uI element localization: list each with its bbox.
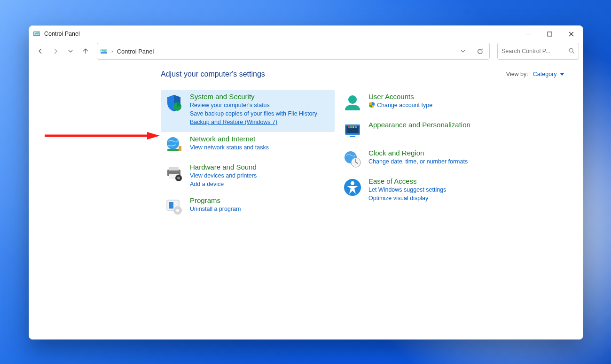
category-clock-region[interactable]: Clock and Region Change date, time, or n…	[339, 146, 513, 174]
svg-point-24	[177, 177, 180, 179]
navbar: › Control Panel Search Control P...	[29, 42, 583, 62]
category-link[interactable]: Optimize visual display	[368, 194, 509, 202]
chevron-right-icon: ›	[111, 48, 113, 54]
category-hardware-sound[interactable]: Hardware and Sound View devices and prin…	[161, 160, 335, 194]
svg-point-11	[102, 50, 103, 51]
desktop-wallpaper: Control Panel	[0, 0, 611, 364]
view-by-label: View by:	[506, 71, 528, 77]
category-title[interactable]: User Accounts	[368, 93, 509, 101]
left-column: System and Security Review your computer…	[161, 90, 335, 222]
programs-icon	[164, 196, 183, 216]
chevron-down-icon	[560, 73, 564, 76]
address-bar-icon	[100, 47, 108, 55]
category-title[interactable]: Clock and Region	[368, 149, 509, 157]
backup-restore-link[interactable]: Backup and Restore (Windows 7)	[190, 118, 331, 126]
printer-icon	[164, 163, 183, 183]
category-link[interactable]: Change account type	[368, 101, 509, 109]
category-network-internet[interactable]: Network and Internet View network status…	[161, 132, 335, 160]
shield-icon	[164, 93, 183, 112]
category-link[interactable]: View network status and tasks	[190, 144, 331, 152]
svg-point-29	[348, 95, 357, 104]
page-header: Adjust your computer's settings View by:…	[161, 70, 564, 78]
monitor-icon	[343, 121, 362, 140]
category-link[interactable]: Change date, time, or number formats	[368, 158, 509, 166]
category-link[interactable]: View devices and printers	[190, 172, 331, 180]
up-button[interactable]	[79, 45, 92, 58]
category-link[interactable]: Add a device	[190, 180, 331, 188]
svg-point-42	[351, 181, 354, 185]
category-title[interactable]: Network and Internet	[190, 135, 331, 143]
search-placeholder: Search Control P...	[501, 48, 564, 54]
category-link[interactable]: Uninstall a program	[190, 205, 331, 213]
minimize-button[interactable]	[517, 26, 539, 41]
clock-globe-icon	[343, 149, 362, 169]
page-title: Adjust your computer's settings	[161, 70, 265, 78]
control-panel-window: Control Panel	[29, 25, 583, 340]
category-user-accounts[interactable]: User Accounts Change account type	[339, 90, 513, 118]
window-title: Control Panel	[44, 31, 80, 37]
globe-icon	[164, 135, 183, 155]
view-by-selector[interactable]: View by: Category	[506, 71, 564, 77]
svg-rect-36	[355, 126, 357, 128]
maximize-button[interactable]	[539, 26, 560, 41]
category-title[interactable]: Ease of Access	[368, 177, 509, 185]
category-title[interactable]: Appearance and Personalization	[368, 121, 509, 129]
svg-rect-32	[350, 136, 355, 137]
category-link[interactable]: Let Windows suggest settings	[368, 186, 509, 194]
svg-rect-35	[352, 126, 354, 128]
back-button[interactable]	[34, 45, 47, 58]
svg-rect-4	[36, 34, 39, 34]
titlebar[interactable]: Control Panel	[29, 26, 583, 42]
svg-point-28	[176, 209, 179, 212]
address-dropdown[interactable]	[456, 45, 470, 58]
category-columns: System and Security Review your computer…	[161, 90, 564, 222]
svg-rect-3	[36, 33, 39, 33]
svg-rect-6	[548, 32, 552, 36]
svg-point-14	[569, 48, 573, 52]
control-panel-icon	[33, 30, 40, 38]
accessibility-icon	[343, 177, 362, 197]
address-bar[interactable]: › Control Panel	[97, 43, 490, 60]
svg-rect-19	[179, 146, 181, 151]
category-title[interactable]: System and Security	[190, 93, 331, 101]
forward-button[interactable]	[49, 45, 62, 58]
svg-rect-10	[101, 49, 107, 52]
category-programs[interactable]: Programs Uninstall a program	[161, 194, 335, 222]
close-button[interactable]	[560, 26, 582, 41]
svg-line-15	[572, 52, 574, 53]
breadcrumb[interactable]: Control Panel	[117, 48, 154, 55]
category-title[interactable]: Programs	[190, 196, 331, 204]
category-appearance[interactable]: Appearance and Personalization	[339, 118, 513, 146]
svg-point-17	[167, 137, 179, 149]
svg-point-2	[35, 33, 36, 34]
svg-rect-21	[169, 167, 179, 170]
category-link[interactable]: Save backup copies of your files with Fi…	[190, 110, 331, 118]
category-title[interactable]: Hardware and Sound	[190, 163, 331, 171]
content-area: Adjust your computer's settings View by:…	[29, 62, 583, 339]
uac-shield-icon	[368, 101, 375, 108]
svg-rect-26	[169, 202, 173, 209]
view-by-value: Category	[533, 71, 557, 77]
user-icon	[343, 93, 362, 112]
search-input[interactable]: Search Control P...	[497, 43, 579, 60]
recent-dropdown[interactable]	[64, 45, 77, 58]
svg-rect-13	[103, 51, 106, 52]
refresh-button[interactable]	[473, 45, 486, 58]
right-column: User Accounts Change account type	[339, 90, 513, 222]
search-icon	[568, 47, 575, 55]
category-system-security[interactable]: System and Security Review your computer…	[161, 90, 335, 132]
category-ease-of-access[interactable]: Ease of Access Let Windows suggest setti…	[339, 174, 513, 208]
category-link[interactable]: Review your computer's status	[190, 101, 331, 109]
svg-rect-1	[34, 32, 39, 35]
svg-rect-34	[350, 126, 352, 128]
svg-rect-33	[348, 126, 350, 128]
svg-rect-12	[103, 50, 106, 51]
